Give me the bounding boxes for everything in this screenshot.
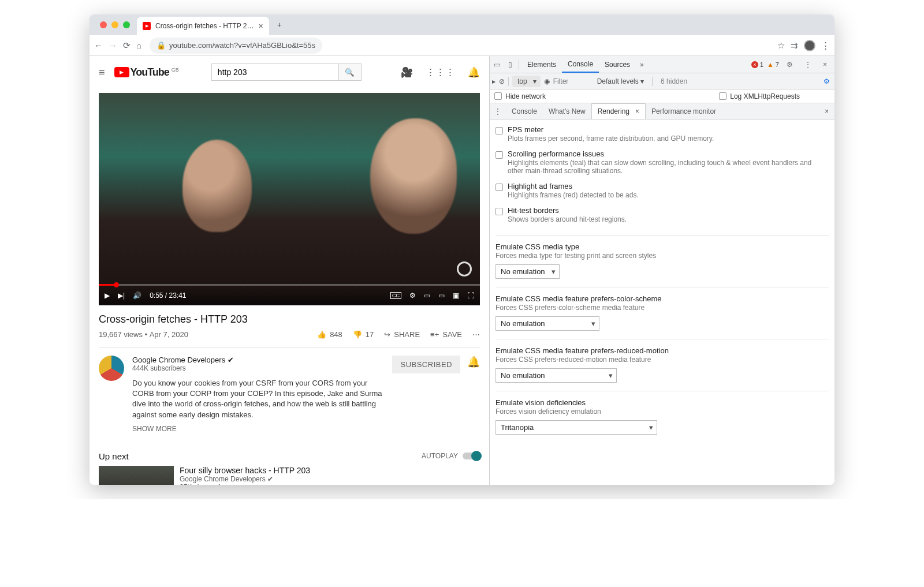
show-more-button[interactable]: SHOW MORE: [132, 425, 384, 433]
minimize-window[interactable]: [111, 21, 118, 28]
new-tab-button[interactable]: +: [277, 20, 282, 29]
tab-console[interactable]: Console: [562, 56, 599, 73]
youtube-logo[interactable]: YouTubeGB: [114, 66, 179, 78]
channel-name[interactable]: Google Chrome Developers: [132, 356, 225, 364]
color-scheme-select[interactable]: No emulation: [495, 316, 599, 331]
youtube-search: 🔍: [211, 63, 362, 81]
youtube-page: ≡ YouTubeGB 🔍 🎥 ⋮⋮⋮ 🔔 ▶ ▶| 🔊: [90, 56, 489, 485]
verified-icon: ✔: [228, 356, 234, 364]
reload-icon[interactable]: ⟳: [123, 40, 131, 51]
clear-console-icon[interactable]: ⊘: [499, 77, 505, 85]
browser-tabbar: Cross-origin fetches - HTTP 2… × +: [90, 14, 834, 35]
apps-grid-icon[interactable]: ⋮⋮⋮: [426, 66, 455, 78]
inspect-icon[interactable]: ▭: [490, 61, 504, 69]
play-icon[interactable]: ▶: [105, 291, 110, 300]
live-expression-icon[interactable]: ◉: [544, 77, 550, 85]
error-badge-icon[interactable]: ×: [751, 61, 758, 68]
close-drawer-tab-icon[interactable]: ×: [635, 107, 639, 115]
tab-sources[interactable]: Sources: [599, 56, 636, 73]
search-button[interactable]: 🔍: [338, 63, 362, 81]
drawer-tab-whatsnew[interactable]: What's New: [543, 103, 591, 119]
home-icon[interactable]: ⌂: [136, 40, 141, 50]
devtools-main-tabs: ▭ ▯ Elements Console Sources » ×1 ▲7 ⚙ ⋮…: [490, 56, 834, 73]
next-icon[interactable]: ▶|: [118, 291, 125, 300]
tab-elements[interactable]: Elements: [521, 56, 562, 73]
share-button[interactable]: ↪ SHARE: [384, 330, 420, 339]
dislike-button[interactable]: 👎 17: [353, 330, 374, 339]
more-actions-icon[interactable]: ⋯: [472, 330, 480, 339]
like-button[interactable]: 👍 848: [317, 330, 342, 339]
profile-avatar[interactable]: [804, 40, 815, 51]
fullscreen-icon[interactable]: ⛶: [467, 291, 474, 300]
context-selector[interactable]: top: [512, 76, 541, 87]
extension-icon[interactable]: ⇉: [791, 40, 798, 51]
close-tab-icon[interactable]: ×: [259, 21, 263, 31]
log-xhr-checkbox[interactable]: [719, 92, 726, 100]
chrome-menu-icon[interactable]: ⋮: [821, 40, 830, 51]
settings-icon[interactable]: ⚙: [409, 291, 416, 300]
notification-bell-icon[interactable]: 🔔: [467, 356, 480, 368]
address-bar[interactable]: 🔒 youtube.com/watch?v=vfAHa5GBLio&t=55s: [150, 38, 322, 54]
devtools-settings-icon[interactable]: ⚙: [783, 61, 797, 69]
theater-icon[interactable]: ▭: [438, 291, 445, 300]
browser-tab[interactable]: Cross-origin fetches - HTTP 2… ×: [137, 17, 269, 35]
media-type-select[interactable]: No emulation: [495, 264, 560, 279]
device-icon[interactable]: ▯: [504, 61, 516, 69]
search-input[interactable]: [211, 63, 338, 81]
hittest-checkbox[interactable]: [495, 208, 503, 215]
reduced-motion-select[interactable]: No emulation: [495, 368, 617, 383]
back-icon[interactable]: ←: [94, 40, 103, 50]
drawer-tab-console[interactable]: Console: [506, 103, 543, 119]
volume-icon[interactable]: 🔊: [133, 291, 141, 300]
subscribe-button[interactable]: SUBSCRIBED: [392, 356, 460, 373]
youtube-favicon: [143, 22, 151, 30]
more-tabs-icon[interactable]: »: [636, 61, 648, 69]
bookmark-star-icon[interactable]: ☆: [777, 40, 785, 51]
ad-frames-checkbox[interactable]: [495, 184, 503, 191]
log-xhr-label: Log XMLHttpRequests: [730, 92, 800, 100]
url-text: youtube.com/watch?v=vfAHa5GBLio&t=55s: [169, 41, 315, 50]
devtools-drawer-tabs: ⋮ Console What's New Rendering× Performa…: [490, 103, 834, 119]
subscriber-count: 444K subscribers: [132, 364, 384, 372]
create-video-icon[interactable]: 🎥: [401, 66, 413, 78]
devtools-close-icon[interactable]: ×: [819, 61, 831, 69]
video-player[interactable]: ▶ ▶| 🔊 0:55 / 23:41 CC ⚙ ▭ ▭ ▣ ⛶: [99, 93, 480, 305]
drawer-tab-rendering[interactable]: Rendering×: [591, 103, 646, 119]
close-window[interactable]: [100, 21, 107, 28]
hide-network-checkbox[interactable]: [494, 92, 502, 100]
maximize-window[interactable]: [123, 21, 130, 28]
fps-checkbox[interactable]: [495, 127, 503, 134]
browser-toolbar: ← → ⟳ ⌂ 🔒 youtube.com/watch?v=vfAHa5GBLi…: [90, 35, 834, 56]
console-filter-input[interactable]: [553, 77, 594, 85]
scroll-perf-checkbox[interactable]: [495, 151, 503, 159]
autoplay-toggle[interactable]: [463, 453, 480, 459]
cast-icon[interactable]: ▣: [453, 291, 459, 300]
devtools-menu-icon[interactable]: ⋮: [800, 61, 815, 69]
hide-network-label: Hide network: [505, 92, 546, 100]
channel-avatar[interactable]: [99, 356, 124, 381]
close-drawer-icon[interactable]: ×: [819, 107, 834, 115]
drawer-menu-icon[interactable]: ⋮: [490, 107, 506, 115]
tab-title: Cross-origin fetches - HTTP 2…: [155, 22, 254, 30]
drawer-tab-perfmon[interactable]: Performance monitor: [646, 103, 722, 119]
next-video-title: Four silly browser hacks - HTTP 203: [180, 466, 310, 475]
next-video-channel: Google Chrome Developers: [180, 475, 266, 483]
miniplayer-icon[interactable]: ▭: [424, 291, 430, 300]
log-levels-selector[interactable]: Default levels ▾: [597, 77, 644, 85]
save-button[interactable]: ≡+ SAVE: [430, 330, 462, 339]
window-controls: [93, 17, 137, 33]
video-title: Cross-origin fetches - HTTP 203: [99, 313, 480, 326]
forward-icon[interactable]: →: [109, 40, 117, 50]
next-video-item[interactable]: Four silly Four silly browser hacks - HT…: [99, 466, 480, 485]
captions-icon[interactable]: CC: [390, 292, 401, 299]
time-display: 0:55 / 23:41: [150, 291, 186, 300]
notifications-icon[interactable]: 🔔: [468, 66, 480, 78]
hidden-count: 6 hidden: [661, 77, 687, 85]
lock-icon: 🔒: [157, 41, 166, 50]
console-settings-icon[interactable]: ⚙: [824, 77, 834, 85]
vision-deficiency-select[interactable]: Tritanopia: [495, 420, 657, 435]
warning-badge-icon[interactable]: ▲: [767, 61, 774, 69]
hamburger-icon[interactable]: ≡: [99, 66, 105, 78]
console-toolbar: ▸ ⊘ top ◉ Default levels ▾ 6 hidden ⚙: [490, 73, 834, 89]
console-sidebar-icon[interactable]: ▸: [492, 77, 495, 85]
